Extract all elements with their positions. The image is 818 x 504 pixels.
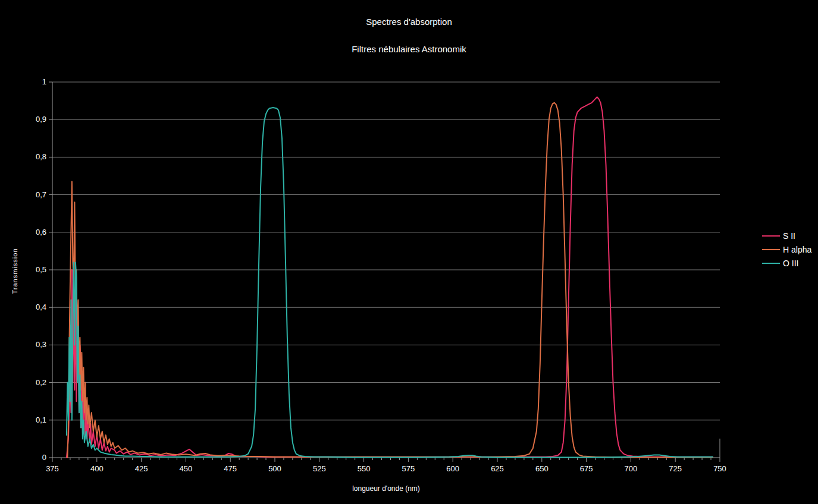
y-tick-label-0,3: 0,3: [36, 340, 46, 349]
x-tick-label-425: 425: [135, 464, 148, 473]
oiii-line-swatch: [762, 263, 780, 264]
series-line-o-iii: [67, 108, 713, 457]
x-tick-label-525: 525: [313, 464, 326, 473]
y-tick-label-0,5: 0,5: [36, 265, 46, 274]
x-tick-label-725: 725: [669, 464, 682, 473]
x-tick-label-675: 675: [580, 464, 593, 473]
y-tick-label-0,2: 0,2: [36, 378, 46, 387]
halpha-line-swatch: [762, 249, 780, 250]
y-tick-label-0,4: 0,4: [36, 303, 46, 311]
x-tick-label-575: 575: [402, 464, 415, 473]
y-tick-label-0,1: 0,1: [36, 415, 46, 424]
x-tick-label-700: 700: [625, 464, 638, 473]
y-tick-label-0,8: 0,8: [36, 152, 46, 161]
legend-item-sii: S II: [762, 229, 811, 242]
x-axis-title: longueur d'onde (nm): [52, 484, 720, 493]
x-tick-label-650: 650: [535, 464, 549, 473]
series-line-h-alpha: [67, 103, 713, 458]
plot-area: 00,10,20,30,40,50,60,70,80,9137540042545…: [0, 0, 818, 504]
y-tick-label-1: 1: [42, 77, 46, 86]
legend-item-halpha: H alpha: [762, 242, 811, 256]
y-axis-title: Transmission: [11, 232, 18, 310]
legend-label-halpha: H alpha: [783, 245, 811, 254]
chart-canvas: Spectres d'absorption Filtres nébulaires…: [0, 0, 818, 504]
sii-line-swatch: [762, 235, 780, 237]
legend-label-sii: S II: [783, 231, 795, 241]
legend: S II H alpha O III: [762, 229, 811, 270]
x-tick-label-450: 450: [180, 464, 193, 473]
x-tick-label-375: 375: [46, 464, 59, 473]
y-tick-label-0,7: 0,7: [36, 190, 46, 199]
x-tick-label-500: 500: [268, 464, 281, 473]
series-line-s-ii: [67, 97, 713, 458]
legend-item-oiii: O III: [762, 256, 811, 270]
x-tick-label-600: 600: [446, 464, 459, 473]
y-tick-label-0,9: 0,9: [36, 115, 46, 124]
x-tick-label-400: 400: [90, 464, 104, 473]
x-tick-label-625: 625: [491, 464, 504, 473]
x-tick-label-750: 750: [713, 464, 726, 473]
y-tick-label-0,6: 0,6: [36, 228, 46, 237]
y-tick-label-0: 0: [42, 453, 46, 462]
x-tick-label-550: 550: [358, 464, 371, 473]
x-tick-label-475: 475: [224, 464, 237, 473]
legend-label-oiii: O III: [783, 259, 798, 268]
